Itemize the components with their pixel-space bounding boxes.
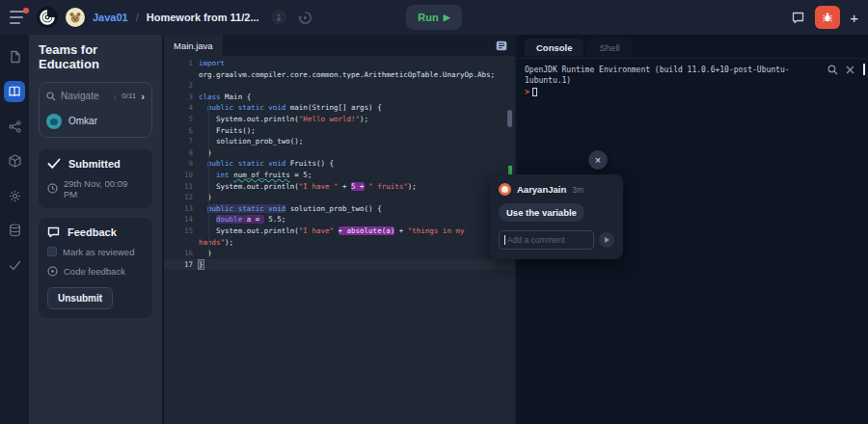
- code-feedback-label: Code feedback: [64, 266, 125, 277]
- student-row[interactable]: Omkar: [46, 114, 145, 129]
- line-number: 6: [164, 125, 199, 137]
- comment-message: Use the variable: [499, 203, 584, 222]
- editor-tabbar: Main.java: [164, 35, 515, 56]
- run-label: Run: [418, 12, 438, 23]
- navigate-label: Navigate: [61, 91, 109, 101]
- line-number: 2: [164, 80, 199, 92]
- annotation-marker: [508, 166, 512, 174]
- mark-reviewed-checkbox[interactable]: [47, 247, 57, 256]
- code-line[interactable]: 10 int num_of_fruits = 5;: [164, 170, 515, 181]
- line-number: 4: [164, 102, 199, 114]
- code-line[interactable]: 7 solution_prob_two();: [164, 136, 515, 147]
- console-scrollbar[interactable]: [863, 64, 865, 75]
- student-name: Omkar: [68, 116, 97, 126]
- left-icon-rail: [0, 35, 29, 424]
- rail-files-icon[interactable]: [4, 46, 25, 67]
- editor-layout-icon[interactable]: [496, 40, 507, 51]
- replit-logo[interactable]: [37, 7, 58, 28]
- code-line[interactable]: 17}: [164, 259, 515, 271]
- rail-checklist-icon[interactable]: [4, 254, 25, 276]
- navigate-search[interactable]: Navigate ‹ 0/11 ›: [46, 91, 145, 102]
- code-line[interactable]: 14 double a = 5.5;: [164, 214, 515, 225]
- code-line[interactable]: 4 public static void main(String[] args)…: [164, 102, 515, 114]
- console-cursor: [532, 88, 537, 96]
- code-line[interactable]: 16 }: [164, 248, 515, 259]
- notification-dot: [23, 8, 29, 13]
- line-number: 3: [164, 92, 199, 103]
- clock-icon: [47, 183, 58, 194]
- code-line[interactable]: 3class Main {: [164, 92, 515, 103]
- line-number: 11: [164, 181, 199, 193]
- history-icon[interactable]: [298, 11, 312, 25]
- code-line[interactable]: 13 public static void solution_prob_two(…: [164, 203, 515, 215]
- rail-education-book-icon[interactable]: [4, 81, 25, 102]
- prompt-chevron: >: [525, 87, 529, 97]
- submitted-timestamp: 29th Nov, 00:09 PM: [64, 178, 144, 199]
- code-line[interactable]: 11 System.out.println("I have " + 5 + " …: [164, 181, 515, 193]
- line-number: 8: [164, 147, 199, 159]
- comment-send-button[interactable]: [599, 232, 614, 248]
- search-icon: [46, 92, 56, 101]
- line-number: 1: [164, 58, 199, 80]
- code-line[interactable]: 9 public static void Fruits() {: [164, 158, 515, 170]
- breadcrumb-team-link[interactable]: Java01: [93, 12, 128, 23]
- commenter-avatar: [499, 183, 511, 196]
- mark-reviewed-label: Mark as reviewed: [63, 247, 134, 257]
- comment-close-button[interactable]: ×: [588, 150, 608, 170]
- line-number: 10: [164, 170, 199, 181]
- rail-packages-icon[interactable]: [4, 150, 25, 172]
- line-number: 13: [164, 203, 199, 215]
- comment-time: 3m: [572, 185, 583, 195]
- code-line[interactable]: 15 System.out.println("I have" + absolut…: [164, 225, 515, 248]
- chat-icon[interactable]: [791, 11, 805, 25]
- hamburger-menu[interactable]: [10, 11, 27, 24]
- line-number: 16: [164, 248, 199, 259]
- repl-title[interactable]: Homework from 11/2...: [147, 12, 259, 23]
- breadcrumb-separator: /: [136, 12, 139, 23]
- code-line[interactable]: 6 Fruits();: [164, 125, 515, 137]
- feedback-card: Feedback Mark as reviewed Code feedback …: [39, 218, 152, 318]
- play-icon: ▶: [444, 13, 450, 22]
- feedback-bubble-icon: [47, 226, 60, 238]
- tab-main-java[interactable]: Main.java: [164, 35, 223, 56]
- comment-popup: AaryanJain 3m Use the variable Add a com…: [490, 174, 623, 259]
- replit-app: Java01 / Homework from 11/2... Run ▶: [0, 0, 868, 424]
- run-button[interactable]: Run ▶: [406, 5, 462, 30]
- comment-input[interactable]: Add a comment: [499, 230, 594, 250]
- line-number: 7: [164, 136, 199, 147]
- code-line[interactable]: 8 }: [164, 147, 515, 159]
- code-editor: Main.java 1import org.graalvm.compiler.c…: [164, 35, 517, 424]
- code-line[interactable]: 1import org.graalvm.compiler.core.common…: [164, 58, 515, 80]
- line-number: 17: [164, 259, 199, 271]
- tab-shell[interactable]: Shell: [587, 39, 631, 57]
- navigate-count: 0/11: [122, 92, 136, 100]
- unsubmit-button[interactable]: Unsubmit: [47, 287, 113, 309]
- code-line[interactable]: 2: [164, 80, 515, 92]
- code-area[interactable]: 1import org.graalvm.compiler.core.common…: [164, 56, 515, 270]
- student-avatar: [46, 114, 62, 129]
- submitted-title: Submitted: [68, 158, 121, 170]
- navigate-prev-chevron[interactable]: ‹: [114, 91, 118, 102]
- code-feedback-row[interactable]: Code feedback: [47, 266, 144, 277]
- code-line[interactable]: 12 }: [164, 192, 515, 203]
- line-number: 5: [164, 114, 199, 125]
- line-number: 14: [164, 214, 199, 225]
- rail-database-icon[interactable]: [4, 220, 25, 241]
- console-search-icon[interactable]: [827, 65, 838, 75]
- indent-guide: [208, 100, 209, 257]
- invite-bug-button[interactable]: [815, 6, 840, 29]
- rail-settings-gear-icon[interactable]: [4, 185, 25, 206]
- java-language-icon: [271, 10, 286, 25]
- scrollbar-thumb[interactable]: [507, 110, 512, 127]
- feedback-title: Feedback: [68, 226, 117, 238]
- rail-share-icon[interactable]: [4, 116, 25, 137]
- text-caret: [504, 235, 505, 245]
- code-line[interactable]: 5 System.out.println("Hello world!");: [164, 114, 515, 125]
- navigate-next-chevron[interactable]: ›: [141, 91, 145, 102]
- topbar: Java01 / Homework from 11/2... Run ▶: [0, 0, 868, 35]
- user-avatar[interactable]: [66, 8, 85, 27]
- tab-console[interactable]: Console: [525, 39, 583, 57]
- console-clear-icon[interactable]: [846, 66, 854, 74]
- code-feedback-icon: [47, 266, 58, 277]
- plus-icon[interactable]: +: [850, 11, 858, 25]
